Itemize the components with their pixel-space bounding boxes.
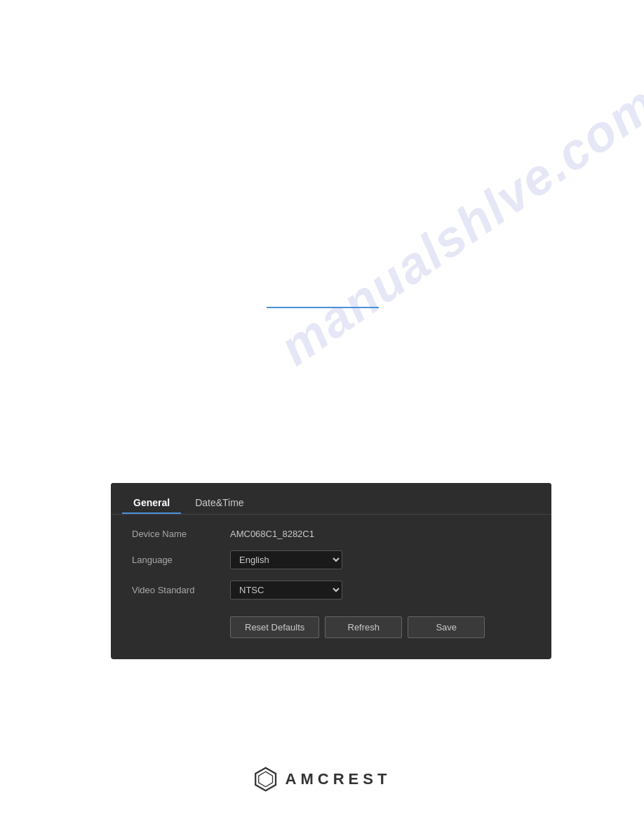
logo-container: AMCREST (253, 767, 391, 792)
device-name-row: Device Name AMC068C1_8282C1 (132, 529, 530, 539)
video-standard-select[interactable]: NTSC PAL (230, 581, 342, 600)
tab-datetime[interactable]: Date&Time (184, 491, 255, 514)
reset-defaults-button[interactable]: Reset Defaults (230, 616, 319, 638)
svg-marker-1 (259, 772, 273, 787)
top-divider-line (267, 307, 379, 308)
video-standard-label: Video Standard (132, 585, 230, 595)
tabs-container: General Date&Time (111, 483, 551, 514)
device-name-label: Device Name (132, 529, 230, 539)
settings-panel: General Date&Time Device Name AMC068C1_8… (111, 483, 551, 659)
watermark: manualshlve.com (269, 74, 644, 377)
video-standard-row: Video Standard NTSC PAL (132, 581, 530, 600)
tab-general[interactable]: General (122, 491, 181, 514)
panel-content: Device Name AMC068C1_8282C1 Language Eng… (111, 515, 551, 659)
logo-text: AMCREST (286, 770, 391, 788)
save-button[interactable]: Save (408, 616, 485, 638)
amcrest-logo-icon (253, 767, 279, 792)
language-row: Language English Chinese French German S… (132, 550, 530, 569)
language-label: Language (132, 555, 230, 565)
buttons-row: Reset Defaults Refresh Save (132, 616, 530, 638)
device-name-value: AMC068C1_8282C1 (230, 529, 314, 539)
language-select[interactable]: English Chinese French German Spanish (230, 550, 342, 569)
refresh-button[interactable]: Refresh (325, 616, 402, 638)
